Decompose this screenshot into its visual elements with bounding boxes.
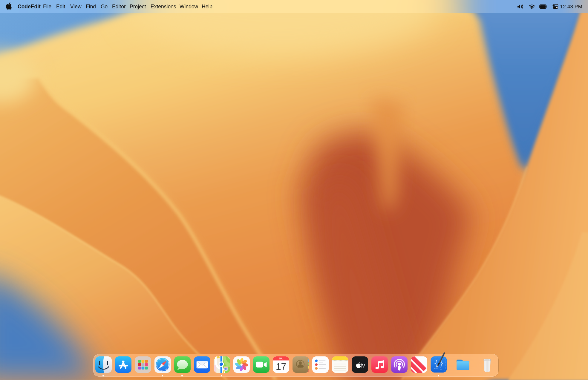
svg-text:280: 280 bbox=[224, 368, 228, 370]
svg-text:JUL: JUL bbox=[279, 357, 283, 360]
svg-text:17: 17 bbox=[276, 361, 286, 372]
svg-text:tv: tv bbox=[361, 362, 365, 369]
